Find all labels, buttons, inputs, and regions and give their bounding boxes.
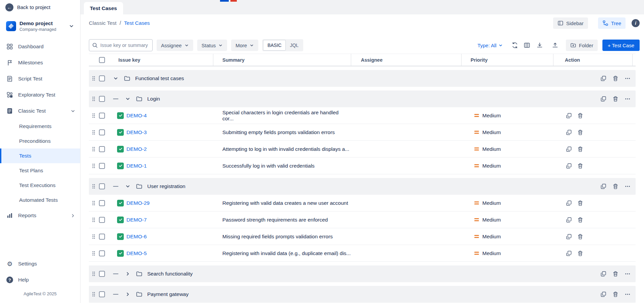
row-checkbox[interactable] bbox=[99, 96, 105, 102]
copy-icon[interactable] bbox=[566, 200, 572, 206]
copy-icon[interactable] bbox=[600, 96, 607, 102]
sidebar-item-test-executions[interactable]: Test Executions bbox=[0, 178, 80, 193]
back-to-project-button[interactable]: ← Back to project bbox=[0, 0, 80, 14]
row-checkbox[interactable] bbox=[99, 291, 105, 297]
test-summary[interactable]: Successfully log in with valid credentia… bbox=[222, 163, 315, 169]
row-checkbox[interactable] bbox=[99, 129, 105, 135]
trash-icon[interactable] bbox=[612, 183, 619, 190]
sidebar-item-classic-test[interactable]: Classic Test bbox=[0, 103, 80, 119]
type-filter-button[interactable]: Type: All bbox=[477, 43, 503, 48]
trash-icon[interactable] bbox=[577, 112, 584, 119]
row-checkbox[interactable] bbox=[99, 234, 105, 240]
columns-icon[interactable] bbox=[523, 41, 531, 49]
sidebar-item-preconditions[interactable]: Preconditions bbox=[0, 134, 80, 148]
row-checkbox[interactable] bbox=[99, 163, 105, 169]
search-input[interactable] bbox=[89, 39, 153, 51]
assignee-filter-button[interactable]: Assignee bbox=[157, 40, 193, 51]
more-icon[interactable] bbox=[624, 291, 631, 298]
row-checkbox[interactable] bbox=[99, 183, 105, 189]
issue-key-link[interactable]: DEMO-3 bbox=[126, 129, 147, 135]
copy-icon[interactable] bbox=[566, 112, 572, 119]
more-icon[interactable] bbox=[624, 183, 631, 190]
upload-icon[interactable] bbox=[551, 41, 559, 49]
sidebar-item-requirements[interactable]: Requirements bbox=[0, 119, 80, 134]
folder-name[interactable]: Search functionality bbox=[147, 271, 193, 277]
drag-handle-icon[interactable] bbox=[92, 271, 96, 277]
info-icon[interactable]: i bbox=[632, 19, 640, 27]
jql-mode-button[interactable]: JQL bbox=[286, 43, 303, 48]
test-summary[interactable]: Registering with invalid data (e.g., dup… bbox=[222, 250, 351, 256]
copy-icon[interactable] bbox=[566, 250, 572, 257]
project-switcher[interactable]: Demo project Company-managed bbox=[4, 18, 76, 34]
sidebar-item-help[interactable]: ? Help bbox=[0, 272, 80, 288]
drag-handle-icon[interactable] bbox=[92, 76, 96, 81]
row-checkbox[interactable] bbox=[99, 200, 105, 206]
issue-key-link[interactable]: DEMO-2 bbox=[126, 146, 147, 152]
chevron-icon[interactable] bbox=[125, 271, 130, 277]
copy-icon[interactable] bbox=[566, 233, 572, 240]
row-checkbox[interactable] bbox=[99, 217, 105, 223]
more-icon[interactable] bbox=[624, 270, 631, 277]
breadcrumb-parent[interactable]: Classic Test bbox=[89, 20, 116, 26]
folder-name[interactable]: User registration bbox=[147, 183, 185, 189]
test-summary[interactable]: Attempting to log in with invalid creden… bbox=[222, 146, 349, 152]
trash-icon[interactable] bbox=[612, 291, 619, 298]
copy-icon[interactable] bbox=[600, 270, 607, 277]
issue-key-link[interactable]: DEMO-4 bbox=[126, 113, 147, 119]
drag-handle-icon[interactable] bbox=[92, 292, 96, 297]
chevron-icon[interactable] bbox=[113, 76, 118, 81]
tree-view-button[interactable]: Tree bbox=[598, 17, 626, 29]
drag-handle-icon[interactable] bbox=[92, 217, 96, 223]
copy-icon[interactable] bbox=[566, 146, 572, 153]
folder-name[interactable]: Payment gateway bbox=[147, 291, 189, 297]
more-icon[interactable] bbox=[624, 96, 631, 102]
copy-icon[interactable] bbox=[600, 291, 607, 298]
trash-icon[interactable] bbox=[577, 163, 584, 169]
row-checkbox[interactable] bbox=[99, 250, 105, 256]
issue-key-link[interactable]: DEMO-1 bbox=[126, 163, 147, 169]
sidebar-item-milestones[interactable]: Milestones bbox=[0, 55, 80, 71]
copy-icon[interactable] bbox=[566, 129, 572, 136]
issue-key-link[interactable]: DEMO-7 bbox=[126, 217, 147, 223]
drag-handle-icon[interactable] bbox=[92, 113, 96, 118]
trash-icon[interactable] bbox=[577, 200, 584, 206]
chevron-icon[interactable] bbox=[125, 292, 130, 297]
test-summary[interactable]: Submitting empty fields prompts validati… bbox=[222, 129, 335, 135]
copy-icon[interactable] bbox=[566, 163, 572, 169]
sidebar-item-reports[interactable]: Reports bbox=[0, 207, 80, 224]
sidebar-item-settings[interactable]: ⚙ Settings bbox=[0, 256, 80, 272]
refresh-icon[interactable] bbox=[511, 41, 519, 49]
trash-icon[interactable] bbox=[577, 233, 584, 240]
folder-name[interactable]: Login bbox=[147, 96, 160, 102]
trash-icon[interactable] bbox=[577, 146, 584, 153]
select-all-checkbox[interactable] bbox=[99, 57, 105, 63]
trash-icon[interactable] bbox=[577, 217, 584, 223]
sidebar-item-dashboard[interactable]: Dashboard bbox=[0, 39, 80, 55]
issue-key-link[interactable]: DEMO-5 bbox=[126, 250, 147, 256]
drag-handle-icon[interactable] bbox=[92, 251, 96, 256]
download-icon[interactable] bbox=[536, 41, 544, 49]
sidebar-item-exploratory-test[interactable]: Exploratory Test bbox=[0, 87, 80, 103]
drag-handle-icon[interactable] bbox=[92, 96, 96, 102]
drag-handle-icon[interactable] bbox=[92, 234, 96, 239]
row-checkbox[interactable] bbox=[99, 75, 105, 81]
chevron-icon[interactable] bbox=[125, 184, 130, 189]
test-summary[interactable]: Missing required fields prompts validati… bbox=[222, 234, 333, 240]
add-test-case-button[interactable]: + Test Case bbox=[602, 40, 640, 51]
status-filter-button[interactable]: Status bbox=[197, 40, 227, 51]
breadcrumb-current[interactable]: Test Cases bbox=[124, 20, 150, 26]
row-checkbox[interactable] bbox=[99, 113, 105, 119]
drag-handle-icon[interactable] bbox=[92, 163, 96, 169]
copy-icon[interactable] bbox=[600, 75, 607, 82]
trash-icon[interactable] bbox=[612, 270, 619, 277]
tab-test-cases[interactable]: Test Cases bbox=[84, 2, 123, 14]
basic-mode-button[interactable]: BASIC bbox=[263, 40, 286, 51]
trash-icon[interactable] bbox=[612, 75, 619, 82]
chevron-icon[interactable] bbox=[125, 96, 130, 102]
test-summary[interactable]: Registering with valid data creates a ne… bbox=[222, 200, 348, 206]
trash-icon[interactable] bbox=[577, 129, 584, 136]
sidebar-item-test-plans[interactable]: Test Plans bbox=[0, 163, 80, 178]
trash-icon[interactable] bbox=[612, 96, 619, 102]
add-folder-button[interactable]: Folder bbox=[566, 40, 598, 51]
more-filter-button[interactable]: More bbox=[231, 40, 258, 51]
